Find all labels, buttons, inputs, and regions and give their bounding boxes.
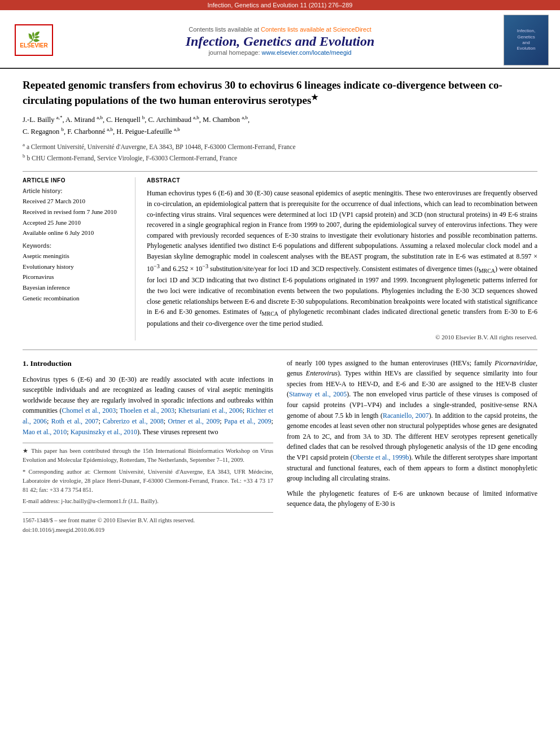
ref-mao[interactable]: Mao et al., 2010 xyxy=(23,428,67,436)
doi-line: doi:10.1016/j.meegid.2010.06.019 xyxy=(23,526,273,535)
ref-roth[interactable]: Roth et al., 2007 xyxy=(51,417,99,425)
keyword-4: Bayesian inference xyxy=(23,282,127,293)
keyword-2: Evolutionary history xyxy=(23,261,127,272)
right-para2: While the phylogenetic features of E-6 a… xyxy=(287,488,537,509)
title-star: ★ xyxy=(311,93,318,102)
keyword-5: Genetic recombination xyxy=(23,293,127,304)
journal-thumbnail: Infection,GeneticsandEvolution xyxy=(504,15,549,65)
keyword-3: Picornavirus xyxy=(23,272,127,282)
affiliation-a: a Clermont Université, Université d'Auve… xyxy=(27,143,296,150)
footnote-star-text: ★ This paper has been contributed throug… xyxy=(23,448,273,463)
ref-papa[interactable]: Papa et al., 2009 xyxy=(224,417,272,425)
footnotes: ★ This paper has been contributed throug… xyxy=(23,443,273,506)
intro-para1: Echovirus types 6 (E-6) and 30 (E-30) ar… xyxy=(23,374,273,438)
ref-ortner[interactable]: Ortner et al., 2009 xyxy=(168,417,220,425)
keyword-1: Aseptic meningitis xyxy=(23,251,127,261)
received-date: Received 27 March 2010 xyxy=(23,196,127,207)
sciencedirect-label: Contents lists available at Contents lis… xyxy=(56,25,504,34)
ref-kapusinszky[interactable]: Kapusinszky et al., 2010 xyxy=(71,428,137,436)
right-para1: of nearly 100 types assigned to the huma… xyxy=(287,358,537,484)
footnote-email: E-mail address: j-luc.bailly@u-clermont1… xyxy=(23,497,273,506)
article-info-panel: ARTICLE INFO Article history: Received 2… xyxy=(23,177,135,340)
body-columns: 1. Introduction Echovirus types 6 (E-6) … xyxy=(23,358,537,535)
accepted-date: Accepted 25 June 2010 xyxy=(23,217,127,228)
body-col-left: 1. Introduction Echovirus types 6 (E-6) … xyxy=(23,358,273,535)
journal-url[interactable]: www.elsevier.com/locate/meegid xyxy=(262,49,352,56)
title-text: Repeated genomic transfers from echoviru… xyxy=(23,79,502,106)
footnote-star: ★ This paper has been contributed throug… xyxy=(23,447,273,465)
intro-section-title: Introduction xyxy=(30,359,72,368)
article-info-label: ARTICLE INFO xyxy=(23,177,127,184)
journal-citation-bar: Infection, Genetics and Evolution 11 (20… xyxy=(0,0,560,10)
article-history-label: Article history: xyxy=(23,188,127,194)
journal-header-center: Contents lists available at Contents lis… xyxy=(56,25,504,56)
affiliation-b: b CHU Clermont-Ferrand, Service Virologi… xyxy=(27,155,237,161)
issn-line: 1567-1348/$ – see front matter © 2010 El… xyxy=(23,516,273,526)
authors-line: J.-L. Bailly a,*, A. Mirand a,b, C. Henq… xyxy=(23,113,537,137)
keywords-list: Aseptic meningitis Evolutionary history … xyxy=(23,251,127,303)
footnote-corresponding-text: * Corresponding author at: Clermont Univ… xyxy=(23,469,273,493)
bottom-bar: 1567-1348/$ – see front matter © 2010 El… xyxy=(23,512,273,535)
ref-stanway[interactable]: Stanway et al., 2005 xyxy=(289,390,347,398)
revised-date: Received in revised form 7 June 2010 xyxy=(23,207,127,217)
keywords-label: Keywords: xyxy=(23,243,127,249)
article-title: Repeated genomic transfers from echoviru… xyxy=(23,78,537,108)
intro-section-number: 1. xyxy=(23,359,28,368)
journal-citation-text: Infection, Genetics and Evolution 11 (20… xyxy=(208,2,353,8)
elsevier-logo: 🌿 ELSEVIER xyxy=(11,24,56,56)
ref-thoelen[interactable]: Thoelen et al., 2003 xyxy=(120,407,174,414)
ref-racaniello[interactable]: Racaniello, 2007 xyxy=(383,412,429,420)
abstract-label: ABSTRACT xyxy=(147,177,537,184)
online-date: Available online 6 July 2010 xyxy=(23,228,127,238)
footnote-corresponding: * Corresponding author at: Clermont Univ… xyxy=(23,468,273,495)
info-abstract-section: ARTICLE INFO Article history: Received 2… xyxy=(23,171,537,340)
affiliations: a a Clermont Université, Université d'Au… xyxy=(23,141,537,163)
body-col-right: of nearly 100 types assigned to the huma… xyxy=(287,358,537,535)
footnote-email-text: E-mail address: j-luc.bailly@u-clermont1… xyxy=(23,498,159,504)
article-content: Repeated genomic transfers from echoviru… xyxy=(0,69,560,546)
abstract-panel: ABSTRACT Human echovirus types 6 (E-6) a… xyxy=(147,177,537,340)
journal-homepage: journal homepage: www.elsevier.com/locat… xyxy=(56,49,504,56)
ref-khetsuriani[interactable]: Khetsuriani et al., 2006 xyxy=(178,407,243,414)
journal-title: Infection, Genetics and Evolution xyxy=(56,34,504,49)
abstract-text: Human echovirus types 6 (E-6) and 30 (E-… xyxy=(147,188,537,329)
section-divider xyxy=(23,350,537,350)
ref-oberste[interactable]: Oberste et al., 1999b xyxy=(353,453,409,461)
ref-cabrerizo[interactable]: Cabrerizo et al., 2008 xyxy=(103,417,164,425)
copyright-line: © 2010 Elsevier B.V. All rights reserved… xyxy=(147,334,537,340)
ref-chomel[interactable]: Chomel et al., 2003 xyxy=(62,407,116,414)
sciencedirect-link[interactable]: Contents lists available at ScienceDirec… xyxy=(261,26,371,33)
intro-heading: 1. Introduction xyxy=(23,358,273,370)
journal-header: 🌿 ELSEVIER Contents lists available at C… xyxy=(0,10,560,69)
